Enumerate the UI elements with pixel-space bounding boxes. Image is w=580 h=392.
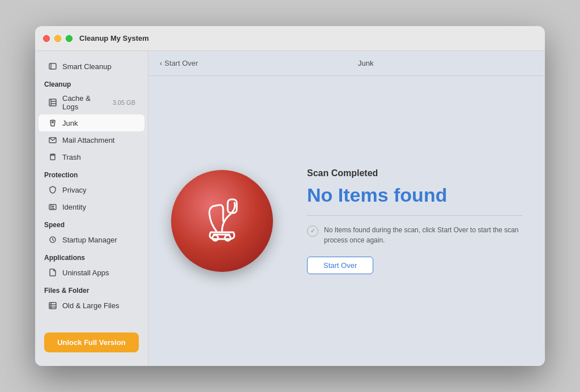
protection-section-header: Protection <box>35 165 148 181</box>
back-label: Start Over <box>164 59 198 67</box>
startup-manager-label: Startup Manager <box>62 236 135 244</box>
junk-label: Junk <box>62 119 135 127</box>
sidebar-bottom: Unlock Full Version <box>35 326 148 359</box>
smart-cleanup-icon <box>48 61 58 71</box>
main-area: Smart Cleanup Cleanup Cache & Logs 3.05 … <box>35 51 545 366</box>
sidebar: Smart Cleanup Cleanup Cache & Logs 3.05 … <box>35 51 148 366</box>
trash-label: Trash <box>62 153 135 161</box>
traffic-lights <box>43 35 72 42</box>
svg-rect-2 <box>49 99 56 106</box>
cache-logs-icon <box>48 97 58 108</box>
result-desc-text: No Items found during the scan, click St… <box>324 225 522 245</box>
close-button[interactable] <box>43 35 50 42</box>
content-area: ‹ Start Over Junk <box>148 51 545 366</box>
uninstall-apps-label: Uninstall Apps <box>62 269 135 277</box>
titlebar: Cleanup My System <box>35 26 545 51</box>
mail-attachment-icon <box>48 135 58 145</box>
trash-icon <box>48 152 58 162</box>
sidebar-item-old-large-files[interactable]: Old & Large Files <box>39 297 144 314</box>
back-chevron-icon: ‹ <box>160 59 162 67</box>
cache-logs-badge: 3.05 GB <box>113 99 135 106</box>
maximize-button[interactable] <box>66 35 72 42</box>
vacuum-illustration <box>171 170 273 272</box>
divider <box>307 215 522 216</box>
privacy-label: Privacy <box>62 186 135 194</box>
content-body: Scan Completed No Items found ✓ No Items… <box>148 76 545 366</box>
sidebar-item-cache-logs[interactable]: Cache & Logs 3.05 GB <box>39 91 144 114</box>
sidebar-item-uninstall-apps[interactable]: Uninstall Apps <box>39 264 144 281</box>
identity-label: Identity <box>62 203 135 211</box>
cache-logs-label: Cache & Logs <box>62 94 108 111</box>
old-large-files-label: Old & Large Files <box>62 301 135 310</box>
sidebar-item-identity[interactable]: Identity <box>39 198 144 215</box>
sidebar-item-junk[interactable]: Junk <box>39 114 144 131</box>
unlock-full-version-button[interactable]: Unlock Full Version <box>44 333 139 352</box>
sidebar-item-privacy[interactable]: Privacy <box>39 181 144 198</box>
sidebar-item-trash[interactable]: Trash <box>39 148 144 165</box>
check-icon: ✓ <box>307 225 318 237</box>
svg-point-6 <box>52 121 54 123</box>
result-description: ✓ No Items found during the scan, click … <box>307 225 522 245</box>
svg-point-11 <box>53 206 54 207</box>
no-items-heading: No Items found <box>307 184 522 206</box>
mail-attachment-label: Mail Attachment <box>62 136 135 144</box>
svg-rect-0 <box>49 63 56 69</box>
svg-rect-8 <box>50 155 55 160</box>
startup-manager-icon <box>48 235 58 245</box>
minimize-button[interactable] <box>54 35 61 42</box>
result-panel: Scan Completed No Items found ✓ No Items… <box>307 168 522 274</box>
cleanup-section-header: Cleanup <box>35 75 148 91</box>
start-over-button[interactable]: Start Over <box>307 257 373 274</box>
scan-completed-label: Scan Completed <box>307 168 522 178</box>
toolbar-title: Junk <box>198 59 534 67</box>
sidebar-item-startup-manager[interactable]: Startup Manager <box>39 231 144 248</box>
sidebar-item-mail-attachment[interactable]: Mail Attachment <box>39 131 144 148</box>
svg-point-20 <box>225 235 231 241</box>
smart-cleanup-label: Smart Cleanup <box>62 62 135 71</box>
sidebar-item-smart-cleanup[interactable]: Smart Cleanup <box>39 58 144 75</box>
window-title: Cleanup My System <box>79 34 149 42</box>
old-large-files-icon <box>48 300 58 310</box>
app-window: Cleanup My System Smart Cleanup Cleanup <box>35 26 545 366</box>
privacy-icon <box>48 185 58 195</box>
junk-icon <box>48 118 58 128</box>
speed-section-header: Speed <box>35 215 148 231</box>
identity-icon <box>48 202 58 212</box>
uninstall-apps-icon <box>48 267 58 278</box>
content-toolbar: ‹ Start Over Junk <box>148 51 545 76</box>
applications-section-header: Applications <box>35 248 148 264</box>
back-button[interactable]: ‹ Start Over <box>160 59 198 67</box>
svg-point-19 <box>212 235 218 241</box>
svg-rect-14 <box>49 302 56 309</box>
files-section-header: Files & Folder <box>35 281 148 297</box>
